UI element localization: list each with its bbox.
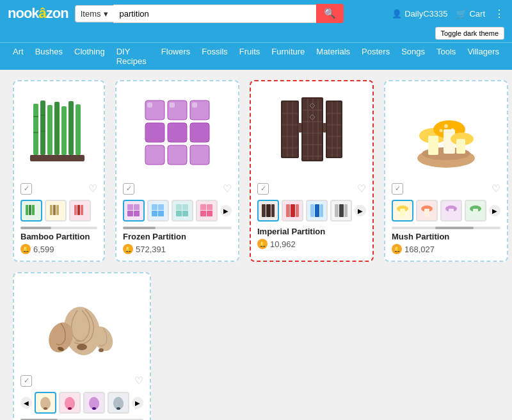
variant-thumb[interactable] (392, 200, 413, 222)
variant-thumb[interactable] (69, 200, 91, 222)
frozen-name: Frozen Partition (123, 232, 232, 241)
nav-flowers[interactable]: Flowers (161, 47, 191, 66)
variant-thumb[interactable] (330, 200, 352, 222)
variant-thumb[interactable] (59, 392, 81, 414)
bamboo-favorite[interactable]: ♡ (88, 182, 97, 195)
dark-theme-toggle[interactable]: Toggle dark theme (435, 27, 505, 40)
product-grid-row2: ✓ ♡ ◀ ▶ Shell Par (13, 272, 499, 420)
product-card-shell: ✓ ♡ ◀ ▶ Shell Par (13, 272, 151, 420)
nav-songs[interactable]: Songs (401, 47, 425, 66)
svg-rect-40 (158, 211, 164, 216)
frozen-favorite[interactable]: ♡ (223, 182, 232, 195)
frozen-checkbox[interactable]: ✓ (123, 183, 134, 195)
svg-rect-39 (152, 211, 157, 216)
nav-furniture[interactable]: Furniture (271, 47, 305, 66)
variant-scroll-right[interactable]: ▶ (220, 205, 232, 216)
svg-rect-12 (26, 205, 28, 215)
variant-thumb[interactable] (83, 392, 105, 414)
svg-rect-17 (56, 205, 59, 215)
search-input[interactable] (113, 4, 316, 23)
frozen-price: 🔔 572,391 (123, 244, 232, 254)
svg-rect-94 (428, 136, 438, 155)
svg-rect-42 (182, 204, 188, 210)
mush-variants: ▶ (392, 200, 500, 222)
svg-rect-3 (54, 102, 60, 155)
variant-thumb[interactable] (45, 200, 67, 222)
more-menu-icon[interactable]: ⋮ (494, 8, 504, 20)
variant-thumb[interactable] (172, 200, 193, 222)
cart-button[interactable]: 🛒 Cart (456, 9, 485, 19)
variant-thumb[interactable] (196, 200, 218, 222)
variant-thumb[interactable] (108, 392, 129, 414)
search-button[interactable]: 🔍 (316, 4, 344, 23)
bamboo-image-area (20, 88, 97, 177)
svg-rect-89 (339, 204, 344, 217)
svg-point-115 (99, 348, 104, 352)
nav-art[interactable]: Art (13, 47, 24, 66)
variant-thumb[interactable] (440, 200, 462, 222)
variant-scroll-left[interactable]: ◀ (20, 397, 32, 408)
svg-rect-83 (291, 204, 295, 217)
variant-thumb[interactable] (282, 200, 303, 222)
mush-price-value: 168,027 (404, 245, 435, 254)
variant-thumb[interactable] (123, 200, 145, 222)
svg-rect-19 (77, 205, 80, 215)
variant-thumb[interactable] (147, 200, 169, 222)
variant-scroll-right[interactable]: ▶ (132, 397, 143, 408)
nav-clothing[interactable]: Clothing (74, 47, 105, 66)
imperial-checkbox[interactable]: ✓ (257, 183, 269, 195)
price-bell-icon: 🔔 (123, 244, 133, 254)
shell-favorite[interactable]: ♡ (134, 375, 143, 387)
user-menu[interactable]: 👤 DailyC3335 (392, 9, 447, 19)
svg-rect-103 (400, 209, 405, 216)
svg-rect-18 (74, 205, 77, 215)
shell-checkbox[interactable]: ✓ (20, 375, 32, 387)
mush-price: 🔔 168,027 (392, 244, 500, 254)
svg-rect-5 (68, 101, 74, 155)
imperial-favorite[interactable]: ♡ (357, 182, 366, 195)
variant-thumb[interactable] (306, 200, 328, 222)
nav-fossils[interactable]: Fossils (202, 47, 227, 66)
shell-image-area (20, 280, 143, 369)
nav-materials[interactable]: Materials (316, 47, 350, 66)
nav-fruits[interactable]: Fruits (239, 47, 260, 66)
imperial-variants: ▶ (257, 200, 366, 222)
svg-rect-46 (207, 204, 212, 210)
main-content: ✓ ♡ Bamboo Partition 🔔 6,599 (0, 70, 512, 420)
variant-thumb[interactable] (257, 200, 279, 222)
svg-rect-33 (127, 204, 133, 210)
variant-scroll-right[interactable]: ▶ (355, 205, 366, 216)
nav-diy-recipes[interactable]: DIY Recipes (116, 47, 150, 66)
nav-posters[interactable]: Posters (362, 47, 390, 66)
logo-accent: â (39, 5, 46, 21)
svg-rect-1 (40, 101, 45, 155)
variant-thumb[interactable] (416, 200, 438, 222)
svg-point-100 (451, 128, 454, 131)
nav-tools[interactable]: Tools (436, 47, 456, 66)
mush-favorite[interactable]: ♡ (492, 182, 500, 195)
svg-rect-84 (296, 204, 299, 217)
variant-thumb[interactable] (35, 392, 56, 414)
bamboo-image (20, 97, 97, 168)
price-bell-icon: 🔔 (257, 239, 268, 249)
bamboo-checkbox[interactable]: ✓ (20, 183, 32, 195)
search-icon: 🔍 (324, 8, 336, 19)
mush-name: Mush Partition (392, 232, 500, 241)
variant-thumb[interactable] (465, 200, 486, 222)
mush-checkbox[interactable]: ✓ (392, 183, 403, 195)
svg-rect-26 (190, 123, 209, 142)
variant-scroll-right[interactable]: ▶ (489, 205, 500, 216)
nav-bushes[interactable]: Bushes (35, 47, 63, 66)
mush-scrollbar (392, 227, 500, 229)
svg-rect-38 (158, 204, 164, 210)
frozen-price-value: 572,391 (136, 245, 166, 254)
search-category-label: Items (81, 9, 101, 19)
svg-rect-4 (61, 106, 67, 155)
frozen-card-actions: ✓ ♡ (123, 182, 232, 195)
logo: nookâzon (8, 5, 68, 22)
variant-thumb[interactable] (20, 200, 42, 222)
nav-villagers[interactable]: Villagers (467, 47, 499, 66)
svg-rect-78 (323, 123, 326, 133)
search-category-dropdown[interactable]: Items ▾ (75, 5, 113, 22)
svg-rect-13 (29, 205, 31, 215)
